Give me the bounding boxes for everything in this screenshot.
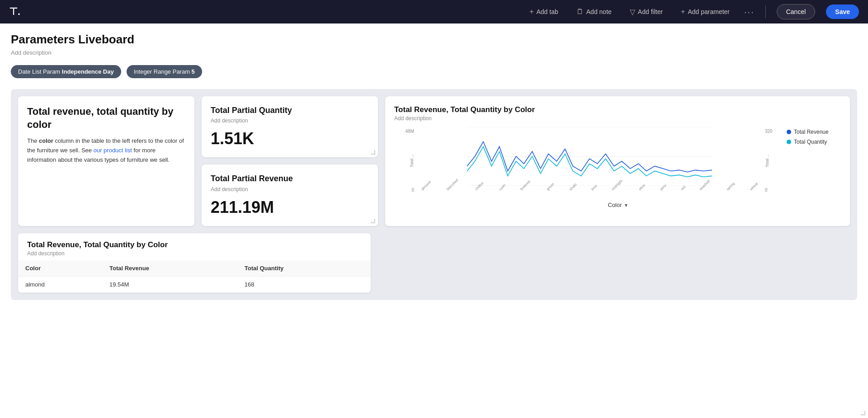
table-card: Total Revenue, Total Quantity by Color A… bbox=[18, 233, 371, 293]
add-note-button[interactable]: 🗒 Add note bbox=[573, 5, 615, 19]
page-content: Parameters Liveboard Add description Dat… bbox=[0, 23, 868, 418]
app-logo: ⊤. bbox=[9, 6, 20, 18]
save-button[interactable]: Save bbox=[826, 5, 859, 19]
nav-divider bbox=[765, 5, 766, 18]
resize-handle-2[interactable] bbox=[371, 150, 376, 155]
chart-desc: Add description bbox=[394, 115, 841, 122]
col-header-revenue: Total Revenue bbox=[102, 260, 237, 277]
filter-icon: ▽ bbox=[630, 8, 635, 16]
top-row: Total revenue, total quantity by color T… bbox=[18, 96, 850, 226]
cell-quantity: 168 bbox=[237, 276, 371, 292]
plus-icon: + bbox=[529, 8, 533, 16]
note-icon: 🗒 bbox=[576, 8, 584, 16]
partial-quantity-card: Total Partial Quantity Add description 1… bbox=[202, 96, 378, 157]
info-card: Total revenue, total quantity by color T… bbox=[18, 96, 194, 226]
add-filter-button[interactable]: ▽ Add filter bbox=[626, 5, 666, 19]
right-axis-label: Total ... bbox=[765, 154, 769, 167]
info-card-title: Total revenue, total quantity by color bbox=[27, 105, 185, 131]
partial-quantity-value: 1.51K bbox=[211, 129, 369, 148]
axis-dropdown-icon[interactable]: ▾ bbox=[625, 202, 627, 208]
param-pill-integer[interactable]: Integer Range Param 5 bbox=[127, 65, 202, 78]
left-axis: 48M Total ... 0 bbox=[394, 127, 414, 193]
partial-revenue-value: 211.19M bbox=[211, 198, 369, 217]
chart-x-axis: Color ▾ bbox=[394, 202, 841, 208]
cell-revenue: 19.54M bbox=[102, 276, 237, 292]
table-row: almond 19.54M 168 bbox=[18, 276, 371, 292]
col-header-color: Color bbox=[18, 260, 102, 277]
dashboard-area: Total revenue, total quantity by color T… bbox=[11, 89, 857, 300]
chart-axis-label: Color bbox=[608, 202, 622, 208]
legend-dot-quantity bbox=[787, 140, 791, 144]
partial-revenue-desc: Add description bbox=[211, 186, 369, 193]
table-card-header: Total Revenue, Total Quantity by Color A… bbox=[18, 233, 371, 260]
y-right-bottom-label: 0 bbox=[765, 188, 768, 193]
page-description[interactable]: Add description bbox=[11, 49, 857, 56]
add-tab-button[interactable]: + Add tab bbox=[526, 5, 562, 19]
legend-label-revenue: Total Revenue bbox=[794, 129, 829, 135]
partial-revenue-card: Total Partial Revenue Add description 21… bbox=[202, 164, 378, 225]
legend-label-quantity: Total Quantity bbox=[794, 139, 827, 145]
partial-revenue-title: Total Partial Revenue bbox=[211, 174, 369, 184]
param-pills-container: Date List Param Independence Day Integer… bbox=[11, 65, 857, 78]
x-axis-labels: almond blanched chiffon cyan firebrick g… bbox=[420, 188, 760, 193]
resize-handle[interactable] bbox=[861, 411, 866, 416]
resize-handle-3[interactable] bbox=[371, 219, 376, 224]
y-left-bottom-label: 0 bbox=[411, 188, 414, 193]
top-navigation: ⊤. + Add tab 🗒 Add note ▽ Add filter + A… bbox=[0, 0, 868, 23]
partial-quantity-title: Total Partial Quantity bbox=[211, 105, 369, 116]
param-pill-date[interactable]: Date List Param Independence Day bbox=[11, 65, 121, 78]
data-table: Color Total Revenue Total Quantity almon… bbox=[18, 260, 371, 293]
partial-quantity-desc: Add description bbox=[211, 117, 369, 124]
chart-title: Total Revenue, Total Quantity by Color bbox=[394, 105, 841, 114]
page-title: Parameters Liveboard bbox=[11, 33, 857, 47]
col-header-quantity: Total Quantity bbox=[237, 260, 371, 277]
cell-color: almond bbox=[18, 276, 102, 292]
cancel-button[interactable]: Cancel bbox=[777, 4, 816, 19]
more-options-button[interactable]: ··· bbox=[744, 7, 755, 17]
add-parameter-button[interactable]: + Add parameter bbox=[677, 5, 733, 19]
y-left-top-label: 48M bbox=[406, 129, 414, 134]
stacked-cards-column: Total Partial Quantity Add description 1… bbox=[202, 96, 378, 226]
chart-svg-container: almond blanched chiffon cyan firebrick g… bbox=[420, 127, 760, 193]
chart-area: 48M Total ... 0 bbox=[394, 127, 841, 193]
plus-icon-2: + bbox=[681, 8, 685, 16]
chart-legend: Total Revenue Total Quantity bbox=[787, 127, 841, 193]
line-chart-svg bbox=[420, 127, 760, 186]
right-axis: 320 Total ... 0 bbox=[765, 127, 781, 193]
info-card-body: The color column in the table to the lef… bbox=[27, 136, 185, 164]
left-axis-label: Total ... bbox=[410, 154, 414, 167]
table-card-desc: Add description bbox=[27, 250, 362, 257]
legend-dot-revenue bbox=[787, 130, 791, 134]
x-label-red: red bbox=[680, 185, 687, 192]
table-card-title: Total Revenue, Total Quantity by Color bbox=[27, 240, 362, 249]
revenue-quantity-chart-card: Total Revenue, Total Quantity by Color A… bbox=[385, 96, 850, 226]
bottom-row: Total Revenue, Total Quantity by Color A… bbox=[18, 233, 850, 293]
y-right-top-label: 320 bbox=[765, 129, 773, 134]
product-list-link[interactable]: our product list bbox=[94, 147, 132, 154]
legend-item-revenue: Total Revenue bbox=[787, 129, 841, 135]
legend-item-quantity: Total Quantity bbox=[787, 139, 841, 145]
table-header-row: Color Total Revenue Total Quantity bbox=[18, 260, 371, 277]
